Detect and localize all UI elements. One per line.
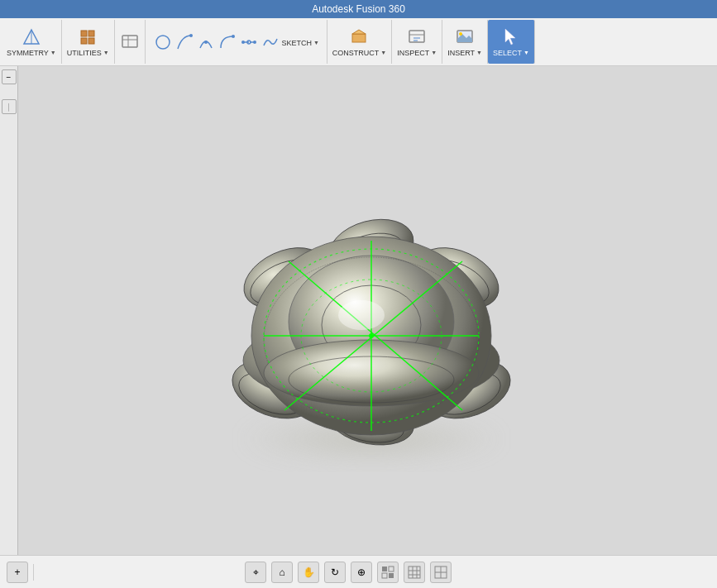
create-icon	[120, 31, 140, 51]
grid-button[interactable]	[404, 562, 425, 583]
3d-object-svg	[156, 117, 586, 472]
svg-rect-61	[409, 566, 420, 578]
select-label: SELECT	[493, 49, 522, 57]
left-controls: − │	[0, 66, 18, 555]
fit-to-screen-button[interactable]: ⌖	[245, 562, 266, 583]
zoom-button[interactable]: ⊕	[351, 562, 372, 583]
line-icon	[174, 32, 194, 52]
display-mode-icon	[381, 566, 394, 579]
svg-rect-60	[389, 573, 394, 578]
pan-icon: ✋	[303, 566, 315, 578]
toolbar: SYMMETRY ▼ UTILITIES ▼	[0, 18, 717, 66]
sketch-label: SKETCH	[282, 39, 313, 47]
expand-button[interactable]: +	[7, 562, 28, 583]
home-icon: ⌂	[279, 566, 284, 578]
svg-rect-58	[389, 566, 394, 571]
svg-rect-3	[88, 31, 94, 36]
status-bar-center: ⌖ ⌂ ✋ ↻ ⊕	[245, 562, 452, 583]
toolbar-group-symmetry[interactable]: SYMMETRY ▼	[2, 20, 62, 64]
svg-point-12	[232, 35, 235, 38]
svg-point-16	[241, 41, 245, 44]
sketch-arc-tool[interactable]	[196, 32, 216, 52]
status-bar-left: +	[7, 562, 36, 583]
inspect-label: INSPECT	[397, 49, 429, 57]
insert-label: INSERT	[447, 49, 475, 57]
3d-viewport[interactable]	[25, 66, 717, 522]
toolbar-group-insert[interactable]: INSERT ▼	[442, 20, 488, 64]
insert-arrow: ▼	[476, 50, 482, 55]
svg-rect-59	[382, 573, 387, 578]
sketch-arrow: ▼	[313, 40, 319, 45]
canvas-area[interactable]: − │	[0, 66, 717, 555]
grid-icon	[408, 566, 421, 579]
sketch-arc2-tool[interactable]	[217, 32, 237, 52]
circle-icon	[153, 32, 173, 52]
utilities-icon	[78, 27, 98, 47]
toolbar-group-construct[interactable]: CONSTRUCT ▼	[327, 20, 392, 64]
arc2-icon	[217, 32, 237, 52]
sketch-line-tool[interactable]	[174, 32, 194, 52]
svg-point-27	[459, 32, 462, 36]
spline-icon	[239, 32, 259, 52]
insert-icon	[455, 27, 475, 47]
symmetry-label: SYMMETRY	[7, 49, 49, 57]
construct-icon	[349, 27, 369, 47]
toolbar-group-create[interactable]	[115, 20, 146, 64]
svg-point-56	[338, 300, 385, 330]
select-icon	[501, 27, 521, 47]
svg-rect-57	[382, 566, 387, 571]
orbit-icon: ↻	[331, 566, 339, 578]
zoom-out-button[interactable]: −	[2, 69, 17, 84]
app-title: Autodesk Fusion 360	[312, 3, 405, 15]
wave-icon	[261, 32, 280, 52]
home-view-button[interactable]: ⌂	[271, 562, 293, 583]
svg-point-11	[204, 41, 208, 44]
svg-rect-5	[88, 38, 94, 44]
utilities-label: UTILITIES	[67, 49, 102, 57]
construct-label: CONSTRUCT	[332, 49, 380, 57]
svg-marker-20	[352, 30, 366, 34]
toolbar-group-select[interactable]: SELECT ▼	[488, 20, 535, 64]
svg-rect-4	[81, 38, 87, 44]
toolbar-group-sketch-tools: SKETCH ▼	[146, 20, 327, 64]
inspect-arrow: ▼	[431, 50, 437, 55]
pan-button[interactable]: ✋	[298, 562, 319, 583]
symmetry-icon	[22, 27, 41, 47]
inspect-icon	[407, 27, 427, 47]
display-mode-button[interactable]	[377, 562, 399, 583]
select-arrow: ▼	[523, 50, 529, 55]
construct-arrow: ▼	[380, 50, 386, 55]
svg-point-10	[189, 34, 193, 37]
status-bar: + ⌖ ⌂ ✋ ↻ ⊕	[0, 555, 717, 588]
svg-point-18	[253, 41, 256, 44]
fit-icon: ⌖	[253, 566, 259, 578]
sketch-circle-tool[interactable]	[153, 32, 173, 52]
tspace-button[interactable]	[430, 562, 452, 583]
zoom-in-button[interactable]: │	[2, 99, 17, 114]
svg-rect-6	[122, 36, 137, 47]
title-bar: Autodesk Fusion 360	[0, 0, 717, 18]
orbit-button[interactable]: ↻	[324, 562, 346, 583]
svg-marker-28	[505, 29, 515, 45]
svg-rect-19	[352, 34, 366, 42]
arc-icon	[196, 32, 216, 52]
utilities-arrow: ▼	[103, 50, 109, 55]
tspace-icon	[434, 566, 447, 579]
sketch-wave-tool[interactable]	[261, 32, 280, 52]
zoom-icon: ⊕	[357, 566, 366, 578]
toolbar-group-utilities[interactable]: UTILITIES ▼	[62, 20, 115, 64]
svg-point-9	[156, 36, 170, 49]
symmetry-arrow: ▼	[50, 50, 56, 55]
toolbar-group-inspect[interactable]: INSPECT ▼	[392, 20, 442, 64]
svg-point-53	[369, 333, 374, 338]
expand-icon: +	[14, 566, 20, 578]
svg-rect-2	[81, 31, 87, 36]
sketch-spline-tool[interactable]	[239, 32, 259, 52]
